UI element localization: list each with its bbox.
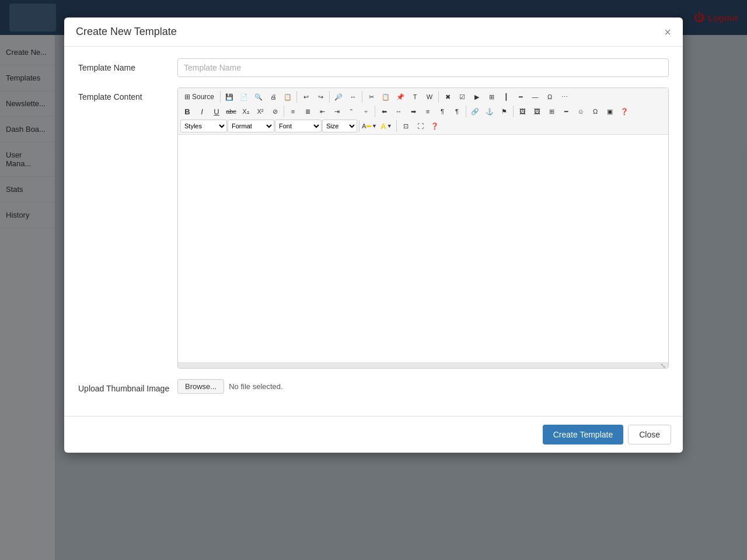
template-content-row: Template Content ⊞ Source <box>78 88 669 369</box>
redo-button[interactable]: ↪ <box>313 90 327 103</box>
blockquote-button[interactable]: " <box>344 105 358 118</box>
save-button[interactable]: 💾 <box>222 90 236 103</box>
replace-button[interactable]: ↔ <box>346 90 360 103</box>
iframe-button[interactable]: ▣ <box>603 105 617 118</box>
format-select[interactable]: Format <box>228 120 274 132</box>
paste-text-button[interactable]: T <box>408 90 422 103</box>
cut-button[interactable]: ✂ <box>364 90 378 103</box>
bg-color-button[interactable]: A ▼ <box>378 120 395 132</box>
unordered-list-button[interactable]: ≣ <box>301 105 315 118</box>
ordered-list-button[interactable]: ≡ <box>286 105 300 118</box>
help-button[interactable]: ❓ <box>617 105 631 118</box>
table-button[interactable]: ⊞ <box>484 90 498 103</box>
italic-button[interactable]: I <box>195 105 209 118</box>
resize-handle-icon: ⤡ <box>660 362 666 369</box>
modal-footer: Create Template Close <box>64 416 683 453</box>
div-button[interactable]: ÷ <box>359 105 373 118</box>
upload-thumbnail-row: Upload Thumbnail Image Browse... No file… <box>78 379 669 394</box>
browse-button[interactable]: Browse... <box>177 379 224 394</box>
table-col-button[interactable]: ┃ <box>499 90 513 103</box>
checkbox-button[interactable]: ☑ <box>455 90 469 103</box>
hr-button[interactable]: — <box>528 90 542 103</box>
superscript-button[interactable]: X² <box>253 105 267 118</box>
remove-format-2-button[interactable]: ⊘ <box>268 105 282 118</box>
toolbar-sep-7 <box>375 106 375 117</box>
toolbar-sep-11 <box>396 120 397 132</box>
align-left-button[interactable]: ⬅ <box>377 105 391 118</box>
preview-button[interactable]: 🔍 <box>252 90 266 103</box>
flag-button[interactable]: ⚑ <box>497 105 511 118</box>
modal-header: Create New Template × <box>64 18 683 47</box>
find-button[interactable]: 🔎 <box>331 90 345 103</box>
subscript-button[interactable]: X₂ <box>239 105 253 118</box>
editor-content-area[interactable] <box>178 135 668 362</box>
paste-word-button[interactable]: W <box>423 90 437 103</box>
special-chars-2-button[interactable]: Ω <box>588 105 602 118</box>
align-right-button[interactable]: ➡ <box>406 105 420 118</box>
template-name-row: Template Name <box>78 58 669 77</box>
modal-overlay: Create New Template × Template Name Temp… <box>0 0 747 560</box>
toolbar-row-1: ⊞ Source 💾 📄 🔍 🖨 📋 <box>180 90 666 103</box>
media-button[interactable]: ▶ <box>470 90 484 103</box>
modal-body: Template Name Template Content ⊞ <box>64 47 683 416</box>
upload-thumbnail-label: Upload Thumbnail Image <box>78 379 177 393</box>
create-template-modal: Create New Template × Template Name Temp… <box>64 18 683 453</box>
toolbar-sep-5 <box>438 91 439 103</box>
template-content-label: Template Content <box>78 88 177 102</box>
upload-field-wrap: Browse... No file selected. <box>177 379 669 394</box>
link-button[interactable]: 🔗 <box>468 105 482 118</box>
paste-button[interactable]: 📌 <box>393 90 407 103</box>
remove-format-button[interactable]: ✖ <box>441 90 455 103</box>
about-button[interactable]: ❓ <box>428 120 442 132</box>
text-direction-rtl-button[interactable]: ¶ <box>450 105 464 118</box>
file-input-row: Browse... No file selected. <box>177 379 669 394</box>
indent-button[interactable]: ⇥ <box>330 105 344 118</box>
image-button[interactable]: 🖼 <box>515 105 529 118</box>
image-2-button[interactable]: 🖼 <box>530 105 544 118</box>
align-center-button[interactable]: ↔ <box>392 105 406 118</box>
source-icon: ⊞ <box>184 93 190 101</box>
font-select[interactable]: Font <box>275 120 322 132</box>
copy-button[interactable]: 📋 <box>379 90 393 103</box>
anchor-button[interactable]: ⚓ <box>483 105 497 118</box>
table-2-button[interactable]: ⊞ <box>544 105 558 118</box>
text-direction-ltr-button[interactable]: ¶ <box>435 105 449 118</box>
toolbar-sep-4 <box>362 91 362 103</box>
print-button[interactable]: 🖨 <box>266 90 280 103</box>
bold-button[interactable]: B <box>180 105 194 118</box>
smile-button[interactable]: ☺ <box>574 105 588 118</box>
align-justify-button[interactable]: ≡ <box>421 105 435 118</box>
styles-select[interactable]: Styles <box>180 120 227 132</box>
more-button[interactable]: ⋯ <box>557 90 571 103</box>
table-3-button[interactable]: ━ <box>559 105 573 118</box>
toolbar-sep-8 <box>466 106 466 117</box>
outdent-button[interactable]: ⇤ <box>315 105 329 118</box>
modal-close-button[interactable]: × <box>664 26 671 38</box>
editor-wrap: ⊞ Source 💾 📄 🔍 🖨 📋 <box>177 88 669 369</box>
underline-button[interactable]: U <box>210 105 224 118</box>
new-doc-button[interactable]: 📄 <box>237 90 251 103</box>
editor-toolbar: ⊞ Source 💾 📄 🔍 🖨 📋 <box>178 88 668 135</box>
modal-title: Create New Template <box>76 26 177 38</box>
toolbar-sep-6 <box>284 106 284 117</box>
text-color-button[interactable]: A ▼ <box>361 120 378 132</box>
template-name-field-wrap <box>177 58 669 77</box>
size-select[interactable]: Size <box>322 120 357 132</box>
table-row-button[interactable]: ━ <box>514 90 528 103</box>
show-blocks-button[interactable]: ⊡ <box>399 120 413 132</box>
maximize-button[interactable]: ⛶ <box>413 120 427 132</box>
rich-text-editor: ⊞ Source 💾 📄 🔍 🖨 📋 <box>177 88 669 369</box>
template-name-input[interactable] <box>177 58 669 77</box>
toolbar-row-2: B I U abc X₂ X² ⊘ ≡ ≣ ⇤ <box>180 105 666 118</box>
close-button[interactable]: Close <box>628 425 671 444</box>
special-chars-button[interactable]: Ω <box>543 90 557 103</box>
undo-button[interactable]: ↩ <box>299 90 313 103</box>
source-button[interactable]: ⊞ Source <box>180 90 218 103</box>
create-template-button[interactable]: Create Template <box>543 425 623 444</box>
toolbar-sep-1 <box>220 91 221 103</box>
spellcheck-button[interactable]: 📋 <box>281 90 295 103</box>
editor-resize-bar: ⤡ <box>178 362 668 368</box>
strikethrough-button[interactable]: abc <box>224 105 238 118</box>
no-file-selected-label: No file selected. <box>229 382 283 391</box>
template-name-label: Template Name <box>78 58 177 72</box>
